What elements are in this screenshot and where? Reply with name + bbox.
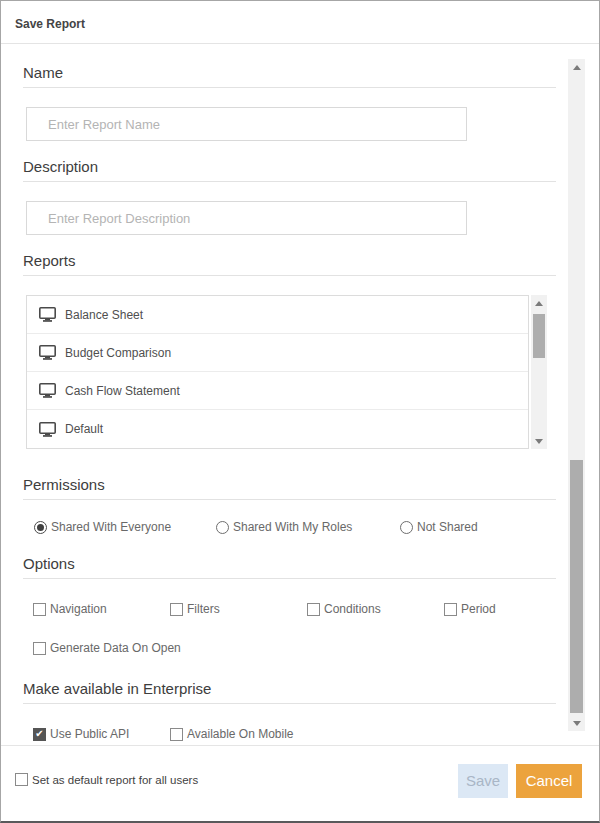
report-list-item[interactable]: Balance Sheet <box>27 296 528 334</box>
monitor-icon <box>39 345 56 360</box>
scroll-down-icon[interactable] <box>531 433 547 449</box>
report-item-label: Budget Comparison <box>65 346 171 360</box>
checkbox-set-as-default-report[interactable]: ✔ Set as default report for all users <box>15 773 198 786</box>
report-item-label: Cash Flow Statement <box>65 384 180 398</box>
radio-not-shared[interactable]: Not Shared <box>400 520 478 534</box>
dialog-title: Save Report <box>15 17 85 31</box>
report-item-label: Balance Sheet <box>65 308 143 322</box>
checkbox-label: Period <box>461 602 496 616</box>
report-item-label: Default <box>65 422 103 436</box>
monitor-icon <box>39 383 56 398</box>
monitor-icon <box>39 307 56 322</box>
reports-list-scrollbar[interactable] <box>531 295 547 449</box>
options-checkbox-row-1: ✔ Navigation ✔ Filters ✔ Conditions ✔ Pe… <box>33 602 556 616</box>
checkbox-label: Generate Data On Open <box>50 641 181 655</box>
name-section-header: Name <box>23 64 556 88</box>
radio-label: Shared With Everyone <box>51 520 171 534</box>
dialog-titlebar: Save Report <box>1 1 599 44</box>
save-report-dialog: Save Report Name Description Reports Bal… <box>0 0 600 823</box>
checkbox-icon: ✔ <box>33 642 46 655</box>
checkbox-conditions[interactable]: ✔ Conditions <box>307 602 444 616</box>
radio-label: Not Shared <box>417 520 478 534</box>
radio-shared-with-everyone[interactable]: Shared With Everyone <box>34 520 216 534</box>
checkbox-generate-data-on-open[interactable]: ✔ Generate Data On Open <box>33 641 181 655</box>
dialog-scrollbar[interactable] <box>568 59 585 731</box>
report-list-item[interactable]: Default <box>27 410 528 448</box>
dialog-scrollbar-thumb[interactable] <box>570 460 583 713</box>
save-button[interactable]: Save <box>458 764 508 798</box>
checkbox-available-on-mobile[interactable]: ✔ Available On Mobile <box>170 727 294 741</box>
report-description-input[interactable] <box>26 201 467 235</box>
description-section-header: Description <box>23 158 556 182</box>
permissions-radio-group: Shared With Everyone Shared With My Role… <box>34 520 556 534</box>
reports-listbox: Balance Sheet Budget Comparison Cash Flo… <box>26 295 529 449</box>
enterprise-checkbox-row: ✔ Use Public API ✔ Available On Mobile <box>33 727 556 741</box>
report-name-input[interactable] <box>26 107 467 141</box>
scroll-up-icon[interactable] <box>568 59 585 75</box>
report-list-item[interactable]: Cash Flow Statement <box>27 372 528 410</box>
checkbox-icon: ✔ <box>307 603 320 616</box>
checkbox-label: Available On Mobile <box>187 727 294 741</box>
reports-section-header: Reports <box>23 252 556 276</box>
scroll-up-icon[interactable] <box>531 295 547 311</box>
checkbox-label: Navigation <box>50 602 107 616</box>
permissions-section-header: Permissions <box>23 476 556 500</box>
reports-listbox-wrap: Balance Sheet Budget Comparison Cash Flo… <box>26 295 556 449</box>
checkbox-checked-icon: ✔ <box>33 728 46 741</box>
checkbox-label: Conditions <box>324 602 381 616</box>
checkbox-period[interactable]: ✔ Period <box>444 602 496 616</box>
checkbox-icon: ✔ <box>170 603 183 616</box>
options-section-header: Options <box>23 555 556 579</box>
reports-list-scrollbar-thumb[interactable] <box>533 314 545 358</box>
monitor-icon <box>39 422 56 437</box>
checkbox-use-public-api[interactable]: ✔ Use Public API <box>33 727 170 741</box>
radio-label: Shared With My Roles <box>233 520 352 534</box>
cancel-button[interactable]: Cancel <box>516 764 582 798</box>
checkbox-label: Use Public API <box>50 727 129 741</box>
checkbox-icon: ✔ <box>33 603 46 616</box>
report-list-item[interactable]: Budget Comparison <box>27 334 528 372</box>
dialog-content: Name Description Reports Balance Sheet B… <box>1 45 599 745</box>
checkbox-icon: ✔ <box>15 773 28 786</box>
checkbox-icon: ✔ <box>444 603 457 616</box>
enterprise-section-header: Make available in Enterprise <box>23 680 556 704</box>
checkbox-icon: ✔ <box>170 728 183 741</box>
radio-unselected-icon <box>216 521 229 534</box>
checkbox-navigation[interactable]: ✔ Navigation <box>33 602 170 616</box>
options-checkbox-row-2: ✔ Generate Data On Open <box>33 641 556 655</box>
radio-unselected-icon <box>400 521 413 534</box>
checkbox-label: Filters <box>187 602 220 616</box>
checkbox-label: Set as default report for all users <box>32 774 198 786</box>
dialog-footer: ✔ Set as default report for all users Sa… <box>1 745 599 821</box>
radio-selected-icon <box>34 521 47 534</box>
radio-shared-with-my-roles[interactable]: Shared With My Roles <box>216 520 400 534</box>
checkbox-filters[interactable]: ✔ Filters <box>170 602 307 616</box>
scroll-down-icon[interactable] <box>568 715 585 731</box>
